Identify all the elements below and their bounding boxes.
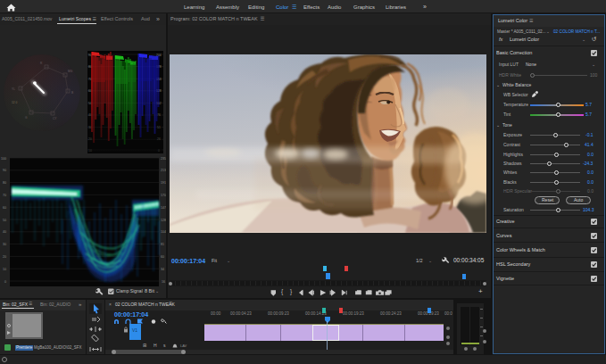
svg-text:0: 0: [4, 280, 6, 284]
svg-text:90: 90: [3, 169, 6, 172]
svg-text:40: 40: [3, 230, 6, 234]
svg-text:MG: MG: [68, 70, 73, 73]
svg-text:60: 60: [3, 206, 6, 210]
svg-text:213: 213: [161, 169, 166, 172]
svg-text:191: 191: [161, 181, 166, 185]
svg-text:128: 128: [161, 219, 166, 222]
svg-text:YL: YL: [12, 87, 15, 91]
svg-text:104: 104: [161, 230, 166, 234]
svg-text:20: 20: [3, 255, 6, 259]
svg-text:147: 147: [161, 206, 166, 210]
svg-text:60: 60: [161, 255, 164, 259]
svg-text:34: 34: [161, 268, 164, 271]
svg-text:30: 30: [3, 243, 6, 246]
svg-text:10: 10: [3, 268, 6, 271]
svg-text:170: 170: [161, 194, 166, 197]
svg-text:B: B: [71, 91, 73, 95]
svg-text:70: 70: [3, 194, 6, 197]
svg-text:235: 235: [161, 157, 166, 161]
svg-text:81: 81: [161, 243, 164, 246]
svg-text:100: 100: [1, 157, 6, 161]
svg-text:16: 16: [162, 280, 165, 284]
svg-text:50: 50: [3, 219, 6, 222]
svg-text:12 0: 12 0: [12, 101, 17, 104]
svg-text:80: 80: [3, 181, 6, 185]
